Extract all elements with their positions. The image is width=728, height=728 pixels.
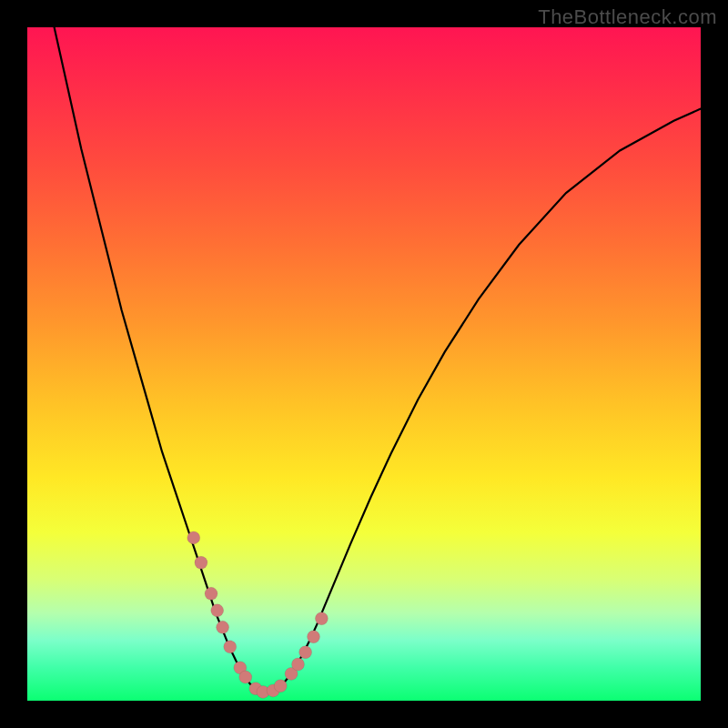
chart-container: TheBottleneck.com xyxy=(0,0,728,728)
marker-dot xyxy=(291,658,304,671)
markers-group xyxy=(187,531,329,698)
marker-dot xyxy=(211,604,224,617)
marker-dot xyxy=(299,646,312,659)
marker-dot xyxy=(308,631,320,643)
marker-dot xyxy=(217,621,229,633)
watermark-text: TheBottleneck.com xyxy=(538,5,717,29)
marker-dot xyxy=(239,671,252,683)
marker-dot xyxy=(195,556,207,569)
marker-dot xyxy=(315,612,328,625)
right-branch-curve xyxy=(277,109,701,691)
marker-dot xyxy=(205,587,217,600)
marker-dot xyxy=(224,641,237,653)
plot-area xyxy=(27,27,701,701)
marker-dot xyxy=(187,531,200,544)
marker-dot xyxy=(274,680,287,693)
left-branch-curve xyxy=(55,27,257,691)
curve-overlay xyxy=(27,27,701,701)
